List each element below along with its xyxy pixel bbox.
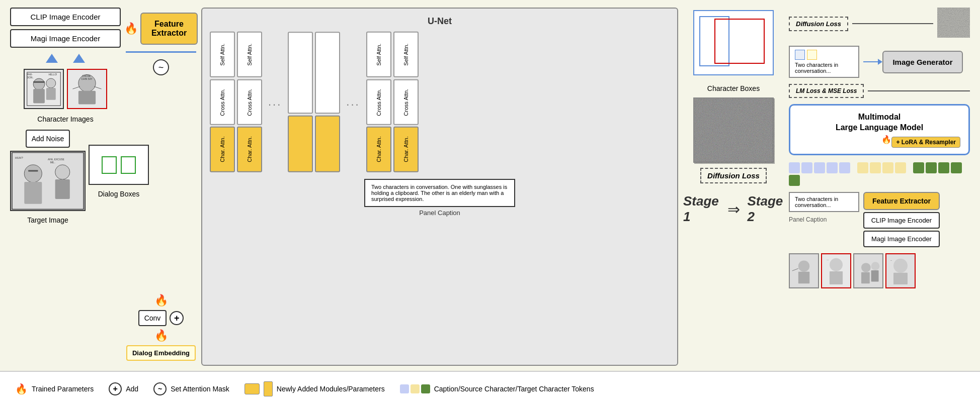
- unet-container: U-Net Self Attn. Cross Attn. Char. Attn.…: [201, 8, 678, 366]
- legend-gold-tall: [264, 381, 273, 396]
- svg-text:...: ...: [890, 259, 892, 261]
- right-top-row: Diffusion Loss: [789, 8, 970, 40]
- main-container: CLIP Image Encoder Magi Image Encoder: [0, 0, 980, 406]
- svg-rect-3: [33, 89, 45, 104]
- char-attn-left-2: Char. Attn.: [237, 127, 262, 172]
- left-section: CLIP Image Encoder Magi Image Encoder: [10, 8, 121, 366]
- svg-text:ME..: ME..: [50, 161, 55, 164]
- legend-add-circle: +: [109, 382, 122, 395]
- token-yellow-2: [870, 162, 881, 173]
- image-generator-box: Image Generator: [882, 51, 963, 73]
- legend-newly-added: Newly Added Modules/Parameters: [244, 381, 385, 396]
- flame-icon-3: 🔥: [154, 329, 168, 342]
- svg-rect-22: [55, 179, 70, 199]
- character-images-label: Character Images: [10, 115, 121, 123]
- cross-attn-right-1: Cross Attn.: [366, 79, 391, 125]
- character-images-group: PAR- DON.. HELLO! CACHE CHIN SAY: [10, 69, 121, 109]
- self-attn-right-2: Self Attn.: [393, 32, 419, 77]
- svg-rect-9: [33, 81, 45, 83]
- legend-gold-rect: [244, 383, 260, 394]
- token-green-3: [938, 162, 949, 173]
- target-image-label: Target Image: [27, 216, 68, 224]
- self-attn-right-1: Self Attn.: [366, 32, 391, 77]
- char-attn-left-1: Char. Attn.: [210, 127, 235, 172]
- legend-tokens: Caption/Source Character/Target Characte…: [400, 384, 594, 393]
- thumb-2: ...: [821, 253, 851, 288]
- svg-text:HUH?: HUH?: [15, 156, 24, 159]
- stage2-label: Stage 2: [748, 193, 784, 225]
- svg-text:CHIN SAY: CHIN SAY: [81, 78, 93, 80]
- unet-col-mid-2: [315, 32, 340, 172]
- token-blue-2: [801, 162, 812, 173]
- svg-rect-20: [24, 182, 42, 204]
- mllm-area: MultimodalLarge Language Model 🔥 + LoRA …: [789, 104, 970, 155]
- stage1-label: Stage 1: [683, 193, 720, 225]
- svg-text:...: ...: [827, 258, 829, 261]
- legend-tokens-label: Caption/Source Character/Target Characte…: [434, 385, 594, 393]
- cross-attn-right-2: Cross Attn.: [393, 79, 419, 125]
- char-box-red-1: [714, 19, 765, 64]
- mid-block-2: [315, 32, 340, 114]
- add-noise-col: Add Noise HUH? AHA, EXCUSE ME..: [10, 130, 86, 224]
- right-bottom-left: Two characters in conversation... Panel …: [789, 192, 859, 223]
- lora-tag: + LoRA & Resampler: [891, 137, 960, 148]
- lora-area: 🔥 + LoRA & Resampler: [798, 135, 960, 148]
- char-icon-row: [795, 50, 853, 60]
- lm-loss-row: LM Loss & MSE Loss: [789, 84, 970, 98]
- dots-left: ...: [264, 32, 286, 172]
- panel-caption-text: Two characters in conversation. One with…: [371, 184, 507, 202]
- mid-block-gold-1: [288, 116, 313, 172]
- legend-tilde-circle: ~: [153, 382, 167, 395]
- manga-thumbnails: ...: [789, 253, 970, 288]
- unet-col-2: Self Attn. Cross Attn. Char. Attn.: [237, 32, 262, 172]
- clip-encoder-box: CLIP Image Encoder: [10, 8, 121, 26]
- two-char-box-bottom: Two characters in conversation...: [789, 192, 859, 212]
- lm-mse-loss: LM Loss & MSE Loss: [789, 84, 864, 98]
- thumb-3: [853, 253, 883, 288]
- panel-caption-area: Two characters in conversation. One with…: [210, 176, 670, 217]
- legend-token-blue: [400, 384, 409, 393]
- lower-left: Add Noise HUH? AHA, EXCUSE ME..: [10, 130, 121, 224]
- diffusion-loss-right: Diffusion Loss: [789, 17, 848, 31]
- token-row-top: [789, 162, 970, 186]
- legend-trained-params-label: Trained Parameters: [32, 385, 94, 393]
- cross-attn-left-2: Cross Attn.: [237, 79, 262, 125]
- svg-text:PAR-: PAR-: [27, 73, 33, 76]
- token-blue-5: [839, 162, 850, 173]
- right-bottom: Two characters in conversation... Panel …: [789, 192, 970, 247]
- token-green-1: [913, 162, 924, 173]
- noisy-image-right: [937, 8, 970, 40]
- tilde-circle: ~: [153, 59, 169, 75]
- panel-caption-box: Two characters in conversation. One with…: [364, 179, 515, 207]
- two-chars-row: Two characters in conversation... Image …: [789, 46, 970, 78]
- target-image-panel: HUH? AHA, EXCUSE ME..: [10, 151, 86, 211]
- lm-line: [868, 90, 970, 91]
- svg-point-40: [861, 263, 871, 272]
- svg-text:CACHE: CACHE: [83, 75, 91, 77]
- token-green-5: [789, 175, 800, 186]
- token-green-4: [951, 162, 962, 173]
- two-chars-text: Two characters in conversation...: [795, 62, 838, 74]
- magi-arrow-up: [73, 54, 85, 63]
- char-boxes-label: Character Boxes: [707, 84, 760, 92]
- right-section: Diffusion Loss: [789, 8, 970, 366]
- arrow-line-1: [126, 51, 196, 53]
- mid-block-1: [288, 32, 313, 114]
- panel-caption-label: Panel Caption: [419, 209, 460, 217]
- unet-col-1: Self Attn. Cross Attn. Char. Attn.: [210, 32, 235, 172]
- token-blue-1: [789, 162, 800, 173]
- svg-rect-5: [46, 88, 56, 100]
- self-attn-left-1: Self Attn.: [210, 32, 235, 77]
- svg-point-4: [46, 78, 56, 88]
- dots-right: ...: [342, 32, 364, 172]
- unet-section: U-Net Self Attn. Cross Attn. Char. Attn.…: [201, 8, 678, 366]
- token-green-2: [926, 162, 937, 173]
- thumb-4: ...: [885, 253, 916, 288]
- flame-mllm: 🔥: [881, 135, 891, 148]
- thumb-1: [789, 253, 819, 288]
- char-boxes-area: Character Boxes Diffusion Loss Stage 1 ⇒: [683, 8, 784, 366]
- stage-labels: Stage 1 ⇒ Stage 2: [683, 193, 784, 225]
- mllm-box: MultimodalLarge Language Model 🔥 + LoRA …: [789, 104, 970, 155]
- svg-rect-12: [78, 91, 96, 105]
- legend-flame-icon: 🔥: [15, 383, 28, 395]
